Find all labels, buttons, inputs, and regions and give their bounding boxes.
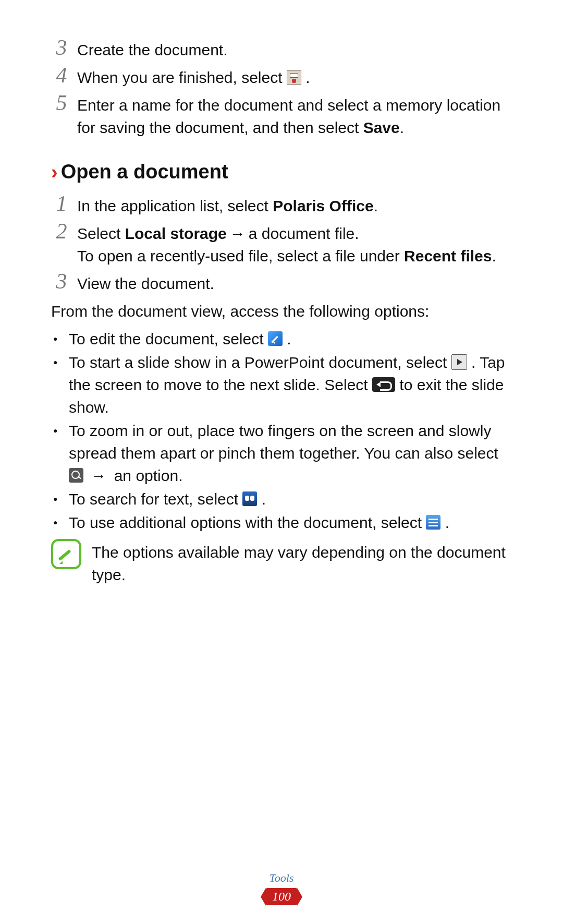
play-icon bbox=[451, 354, 467, 370]
save-icon bbox=[287, 70, 301, 85]
step-text: In the application list, select Polaris … bbox=[77, 193, 378, 217]
list-item: To use additional options with the docum… bbox=[51, 511, 512, 534]
text: . bbox=[492, 247, 496, 265]
zoom-icon bbox=[69, 468, 83, 483]
note: The options available may vary depending… bbox=[51, 539, 512, 586]
manual-page: 3 Create the document. 4 When you are fi… bbox=[0, 0, 563, 924]
arrow-icon: → bbox=[227, 222, 249, 245]
bold-text: Local storage bbox=[125, 225, 227, 242]
text: . bbox=[400, 119, 404, 136]
text: a document file. bbox=[249, 225, 359, 242]
page-number-badge: 100 bbox=[266, 888, 297, 905]
open-step-1: 1 In the application list, select Polari… bbox=[51, 193, 512, 217]
menu-icon bbox=[426, 515, 440, 530]
page-footer: Tools 100 bbox=[0, 871, 563, 905]
step-text: When you are finished, select . bbox=[77, 64, 310, 89]
arrow-icon: → bbox=[88, 464, 109, 487]
step-number: 4 bbox=[51, 64, 72, 86]
text: To start a slide show in a PowerPoint do… bbox=[69, 354, 451, 371]
text: When you are finished, select bbox=[77, 69, 287, 86]
step-4: 4 When you are finished, select . bbox=[51, 64, 512, 89]
bold-text: Polaris Office bbox=[273, 197, 373, 214]
search-icon bbox=[242, 491, 257, 506]
note-text: The options available may vary depending… bbox=[92, 539, 512, 586]
bold-text: Save bbox=[363, 119, 400, 136]
step-text: Create the document. bbox=[77, 37, 228, 61]
text: . bbox=[287, 330, 291, 347]
bold-text: Recent files bbox=[404, 247, 492, 265]
step-number: 2 bbox=[51, 220, 72, 242]
edit-icon bbox=[268, 331, 283, 346]
step-text: Select Local storage → a document file. … bbox=[77, 220, 496, 267]
step-text: Enter a name for the document and select… bbox=[77, 92, 512, 139]
text: . bbox=[305, 69, 310, 86]
back-icon bbox=[372, 377, 395, 392]
text: To use additional options with the docum… bbox=[69, 514, 426, 531]
chevron-icon: › bbox=[51, 162, 58, 182]
step-number: 3 bbox=[51, 37, 72, 58]
footer-category: Tools bbox=[0, 871, 563, 885]
text: To search for text, select bbox=[69, 490, 242, 508]
text: In the application list, select bbox=[77, 197, 273, 214]
note-icon bbox=[51, 539, 81, 569]
text: To open a recently-used file, select a f… bbox=[77, 247, 404, 265]
text: . bbox=[445, 514, 449, 531]
step-3: 3 Create the document. bbox=[51, 37, 512, 61]
text: To edit the document, select bbox=[69, 330, 268, 347]
list-item: To zoom in or out, place two fingers on … bbox=[51, 419, 512, 487]
step-number: 3 bbox=[51, 270, 72, 292]
text: Select bbox=[77, 225, 125, 242]
open-step-3: 3 View the document. bbox=[51, 270, 512, 295]
step-text: View the document. bbox=[77, 270, 214, 295]
lead-paragraph: From the document view, access the follo… bbox=[51, 300, 512, 322]
text: an option. bbox=[114, 467, 183, 484]
text: . bbox=[262, 490, 266, 508]
list-item: To start a slide show in a PowerPoint do… bbox=[51, 351, 512, 418]
options-list: To edit the document, select . To start … bbox=[51, 328, 512, 534]
section-heading: › Open a document bbox=[51, 161, 512, 183]
step-number: 1 bbox=[51, 193, 72, 214]
list-item: To search for text, select . bbox=[51, 488, 512, 510]
text: To zoom in or out, place two fingers on … bbox=[69, 422, 498, 462]
step-5: 5 Enter a name for the document and sele… bbox=[51, 92, 512, 139]
text: Enter a name for the document and select… bbox=[77, 97, 500, 136]
open-step-2: 2 Select Local storage → a document file… bbox=[51, 220, 512, 267]
list-item: To edit the document, select . bbox=[51, 328, 512, 350]
text: . bbox=[374, 197, 378, 214]
step-number: 5 bbox=[51, 92, 72, 114]
section-title: Open a document bbox=[61, 161, 228, 183]
